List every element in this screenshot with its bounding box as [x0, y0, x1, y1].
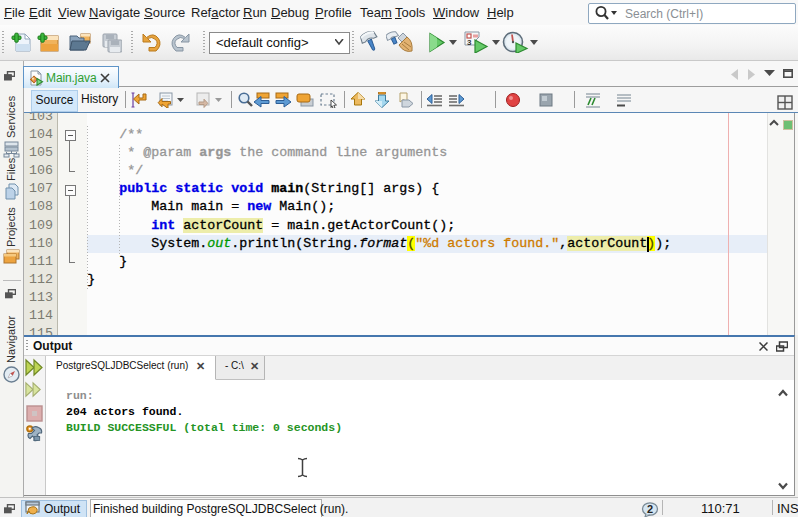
svg-text:3: 3 [467, 38, 472, 47]
svg-text:2: 2 [647, 503, 653, 515]
